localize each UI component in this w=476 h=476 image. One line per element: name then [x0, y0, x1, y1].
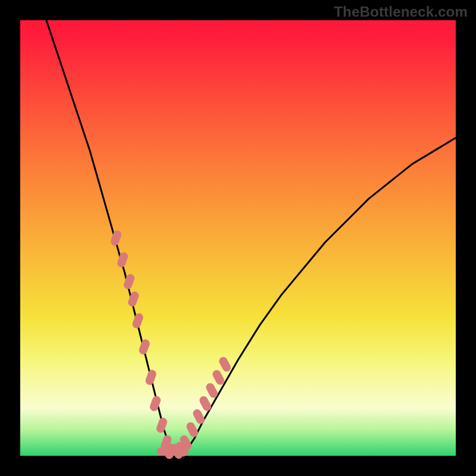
highlight-dot	[145, 369, 158, 386]
highlight-dot	[192, 408, 206, 425]
chart-svg	[20, 20, 456, 456]
highlight-dot	[155, 416, 168, 434]
highlight-dot	[116, 251, 129, 268]
watermark-text: TheBottleneck.com	[334, 4, 468, 20]
highlight-dot	[218, 356, 233, 374]
highlight-dot	[109, 229, 123, 246]
highlight-dot	[131, 312, 145, 329]
plot-area	[20, 20, 456, 456]
highlight-dot	[138, 338, 151, 355]
bottleneck-curve	[46, 20, 456, 452]
highlight-dot	[174, 447, 189, 456]
chart-frame: TheBottleneck.com	[0, 0, 476, 476]
highlight-dot	[185, 421, 200, 439]
